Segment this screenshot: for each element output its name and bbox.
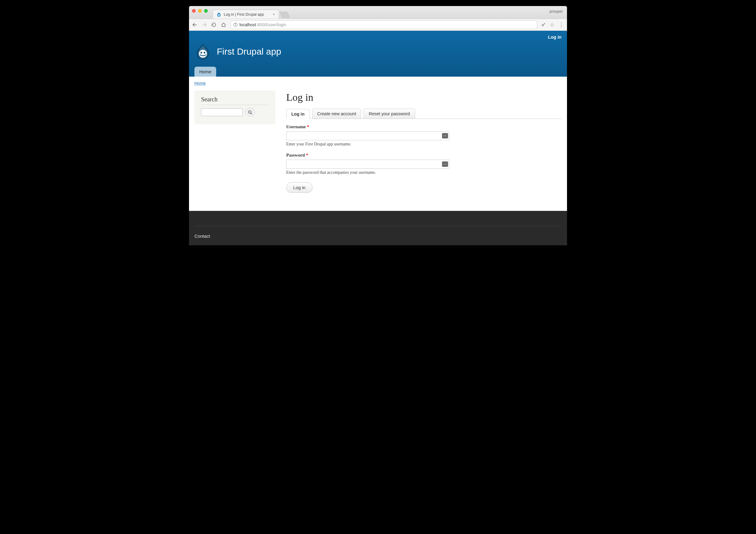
site-footer: Contact bbox=[189, 211, 567, 245]
username-label: Username * bbox=[286, 124, 309, 129]
username-help-text: Enter your First Drupal app username. bbox=[286, 142, 449, 147]
address-bar[interactable]: localhost:8000/user/login bbox=[231, 20, 537, 29]
page-viewport: Log in First Drupal app Home bbox=[189, 31, 567, 245]
svg-point-6 bbox=[542, 24, 543, 26]
svg-point-10 bbox=[201, 52, 202, 53]
search-icon bbox=[248, 110, 253, 114]
svg-point-11 bbox=[204, 52, 205, 53]
username-input[interactable] bbox=[286, 131, 449, 140]
nav-reload-button[interactable] bbox=[211, 22, 217, 27]
browser-window: Log in | First Drupal app × prosper loca… bbox=[189, 6, 567, 245]
footer-contact-link[interactable]: Contact bbox=[195, 234, 210, 239]
required-marker: * bbox=[307, 124, 310, 129]
svg-point-9 bbox=[199, 50, 207, 58]
bookmark-star-icon[interactable]: ☆ bbox=[550, 22, 554, 28]
svg-line-13 bbox=[251, 113, 252, 114]
tab-title: Log in | First Drupal app bbox=[224, 13, 270, 16]
site-header: Log in First Drupal app Home bbox=[189, 31, 567, 77]
password-manager-icon[interactable]: ••• bbox=[442, 162, 448, 167]
new-tab-button[interactable] bbox=[280, 12, 289, 18]
site-info-icon[interactable] bbox=[233, 23, 238, 27]
browser-titlebar: Log in | First Drupal app × prosper bbox=[189, 6, 567, 19]
browser-profile-label[interactable]: prosper bbox=[550, 9, 563, 13]
nav-home-button[interactable] bbox=[221, 22, 227, 27]
page-title: Log in bbox=[286, 92, 561, 103]
browser-tab[interactable]: Log in | First Drupal app × bbox=[213, 10, 279, 19]
window-close-button[interactable] bbox=[192, 9, 196, 13]
password-label: Password * bbox=[286, 153, 308, 158]
tab-create-account[interactable]: Create new account bbox=[312, 109, 362, 118]
primary-nav: Home bbox=[195, 67, 561, 77]
site-name[interactable]: First Drupal app bbox=[217, 46, 281, 57]
svg-point-12 bbox=[248, 111, 251, 113]
drupal-logo-icon[interactable] bbox=[195, 43, 211, 60]
tab-reset-password[interactable]: Reset your password bbox=[364, 109, 415, 118]
header-login-link[interactable]: Log in bbox=[548, 35, 561, 39]
nav-back-button[interactable] bbox=[192, 22, 198, 27]
breadcrumb: Home bbox=[189, 77, 567, 88]
login-form: Username * ••• Enter your First Drupal a… bbox=[286, 119, 449, 193]
password-help-text: Enter the password that accompanies your… bbox=[286, 170, 449, 175]
site-branding: First Drupal app bbox=[195, 41, 561, 67]
browser-menu-icon[interactable]: ⋮ bbox=[558, 22, 564, 27]
password-manager-icon[interactable]: ••• bbox=[442, 133, 448, 139]
toolbar-right: ☆ ⋮ bbox=[541, 22, 564, 28]
nav-home-tab[interactable]: Home bbox=[195, 67, 216, 77]
tab-close-icon[interactable]: × bbox=[273, 12, 275, 16]
url-text: localhost:8000/user/login bbox=[239, 22, 286, 27]
search-button[interactable] bbox=[245, 108, 255, 116]
window-minimize-button[interactable] bbox=[198, 9, 202, 13]
browser-toolbar: localhost:8000/user/login ☆ ⋮ bbox=[189, 19, 567, 31]
account-tabs: Log in Create new account Reset your pas… bbox=[286, 109, 561, 119]
tab-login[interactable]: Log in bbox=[286, 109, 310, 119]
window-maximize-button[interactable] bbox=[204, 9, 208, 13]
password-input[interactable] bbox=[286, 160, 449, 169]
drupal-favicon-icon bbox=[216, 12, 221, 17]
svg-line-8 bbox=[544, 24, 545, 24]
login-submit-button[interactable]: Log in bbox=[286, 182, 312, 193]
window-controls bbox=[192, 9, 208, 13]
key-icon[interactable] bbox=[541, 23, 546, 27]
required-marker: * bbox=[306, 153, 308, 158]
search-heading: Search bbox=[201, 96, 269, 105]
search-input[interactable] bbox=[201, 108, 243, 116]
nav-forward-button[interactable] bbox=[202, 22, 207, 27]
breadcrumb-home-link[interactable]: Home bbox=[195, 81, 205, 86]
main-content: Log in Log in Create new account Reset y… bbox=[286, 90, 561, 193]
footer-divider bbox=[195, 226, 561, 226]
sidebar: Search bbox=[195, 90, 275, 124]
